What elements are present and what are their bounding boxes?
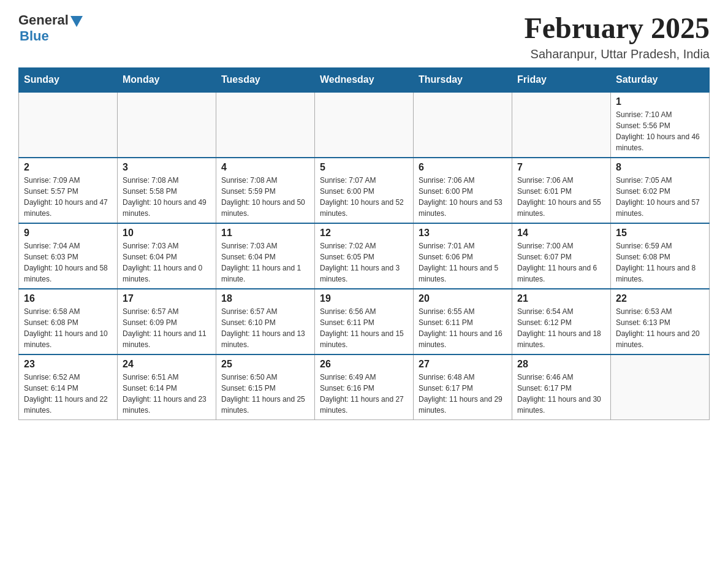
cell-week1-day5 <box>512 92 611 158</box>
week-row-5: 23Sunrise: 6:52 AM Sunset: 6:14 PM Dayli… <box>19 354 710 420</box>
logo-blue-text: Blue <box>20 28 49 44</box>
month-title: February 2025 <box>524 12 710 45</box>
week-row-4: 16Sunrise: 6:58 AM Sunset: 6:08 PM Dayli… <box>19 289 710 354</box>
cell-week5-day0: 23Sunrise: 6:52 AM Sunset: 6:14 PM Dayli… <box>19 354 118 420</box>
day-number: 6 <box>419 162 507 173</box>
col-thursday: Thursday <box>414 67 512 92</box>
cell-week5-day4: 27Sunrise: 6:48 AM Sunset: 6:17 PM Dayli… <box>414 354 512 420</box>
cell-week1-day1 <box>118 92 216 158</box>
cell-week2-day0: 2Sunrise: 7:09 AM Sunset: 5:57 PM Daylig… <box>19 158 118 223</box>
day-info: Sunrise: 6:48 AM Sunset: 6:17 PM Dayligh… <box>419 372 507 416</box>
cell-week2-day2: 4Sunrise: 7:08 AM Sunset: 5:59 PM Daylig… <box>216 158 315 223</box>
cell-week5-day1: 24Sunrise: 6:51 AM Sunset: 6:14 PM Dayli… <box>118 354 216 420</box>
col-friday: Friday <box>512 67 611 92</box>
cell-week4-day3: 19Sunrise: 6:56 AM Sunset: 6:11 PM Dayli… <box>315 289 414 354</box>
day-number: 3 <box>123 162 211 173</box>
cell-week3-day2: 11Sunrise: 7:03 AM Sunset: 6:04 PM Dayli… <box>216 223 315 289</box>
page-header: General Blue February 2025 Saharanpur, U… <box>18 12 710 61</box>
day-info: Sunrise: 7:06 AM Sunset: 6:00 PM Dayligh… <box>419 175 507 219</box>
day-info: Sunrise: 7:07 AM Sunset: 6:00 PM Dayligh… <box>320 175 408 219</box>
col-monday: Monday <box>118 67 216 92</box>
day-number: 18 <box>221 293 309 304</box>
cell-week4-day1: 17Sunrise: 6:57 AM Sunset: 6:09 PM Dayli… <box>118 289 216 354</box>
day-info: Sunrise: 7:06 AM Sunset: 6:01 PM Dayligh… <box>517 175 605 219</box>
cell-week3-day6: 15Sunrise: 6:59 AM Sunset: 6:08 PM Dayli… <box>611 223 710 289</box>
day-info: Sunrise: 6:58 AM Sunset: 6:08 PM Dayligh… <box>24 306 112 350</box>
day-info: Sunrise: 6:50 AM Sunset: 6:15 PM Dayligh… <box>221 372 309 416</box>
day-number: 11 <box>221 228 309 239</box>
day-number: 1 <box>616 96 704 107</box>
cell-week1-day2 <box>216 92 315 158</box>
cell-week4-day0: 16Sunrise: 6:58 AM Sunset: 6:08 PM Dayli… <box>19 289 118 354</box>
day-info: Sunrise: 6:56 AM Sunset: 6:11 PM Dayligh… <box>320 306 408 350</box>
day-info: Sunrise: 7:00 AM Sunset: 6:07 PM Dayligh… <box>517 240 605 285</box>
day-info: Sunrise: 7:01 AM Sunset: 6:06 PM Dayligh… <box>419 240 507 285</box>
day-info: Sunrise: 7:03 AM Sunset: 6:04 PM Dayligh… <box>123 240 211 285</box>
day-info: Sunrise: 6:54 AM Sunset: 6:12 PM Dayligh… <box>517 306 605 350</box>
day-info: Sunrise: 6:51 AM Sunset: 6:14 PM Dayligh… <box>123 372 211 416</box>
week-row-1: 1Sunrise: 7:10 AM Sunset: 5:56 PM Daylig… <box>19 92 710 158</box>
cell-week5-day3: 26Sunrise: 6:49 AM Sunset: 6:16 PM Dayli… <box>315 354 414 420</box>
day-info: Sunrise: 7:10 AM Sunset: 5:56 PM Dayligh… <box>616 109 704 153</box>
day-number: 27 <box>419 359 507 370</box>
cell-week2-day3: 5Sunrise: 7:07 AM Sunset: 6:00 PM Daylig… <box>315 158 414 223</box>
day-info: Sunrise: 7:09 AM Sunset: 5:57 PM Dayligh… <box>24 175 112 219</box>
week-row-2: 2Sunrise: 7:09 AM Sunset: 5:57 PM Daylig… <box>19 158 710 223</box>
col-wednesday: Wednesday <box>315 67 414 92</box>
cell-week5-day2: 25Sunrise: 6:50 AM Sunset: 6:15 PM Dayli… <box>216 354 315 420</box>
day-info: Sunrise: 7:08 AM Sunset: 5:59 PM Dayligh… <box>221 175 309 219</box>
day-info: Sunrise: 6:59 AM Sunset: 6:08 PM Dayligh… <box>616 240 704 285</box>
day-number: 4 <box>221 162 309 173</box>
cell-week1-day0 <box>19 92 118 158</box>
day-number: 25 <box>221 359 309 370</box>
cell-week5-day5: 28Sunrise: 6:46 AM Sunset: 6:17 PM Dayli… <box>512 354 611 420</box>
cell-week3-day3: 12Sunrise: 7:02 AM Sunset: 6:05 PM Dayli… <box>315 223 414 289</box>
day-number: 13 <box>419 228 507 239</box>
day-number: 15 <box>616 228 704 239</box>
day-info: Sunrise: 7:02 AM Sunset: 6:05 PM Dayligh… <box>320 240 408 285</box>
header-row: Sunday Monday Tuesday Wednesday Thursday… <box>19 67 710 92</box>
cell-week4-day6: 22Sunrise: 6:53 AM Sunset: 6:13 PM Dayli… <box>611 289 710 354</box>
day-number: 9 <box>24 228 112 239</box>
day-info: Sunrise: 7:08 AM Sunset: 5:58 PM Dayligh… <box>123 175 211 219</box>
cell-week3-day4: 13Sunrise: 7:01 AM Sunset: 6:06 PM Dayli… <box>414 223 512 289</box>
day-number: 23 <box>24 359 112 370</box>
day-number: 2 <box>24 162 112 173</box>
col-saturday: Saturday <box>611 67 710 92</box>
day-number: 21 <box>517 293 605 304</box>
day-number: 12 <box>320 228 408 239</box>
day-info: Sunrise: 6:52 AM Sunset: 6:14 PM Dayligh… <box>24 372 112 416</box>
calendar-body: 1Sunrise: 7:10 AM Sunset: 5:56 PM Daylig… <box>19 92 710 420</box>
day-number: 5 <box>320 162 408 173</box>
day-info: Sunrise: 6:57 AM Sunset: 6:10 PM Dayligh… <box>221 306 309 350</box>
day-info: Sunrise: 7:04 AM Sunset: 6:03 PM Dayligh… <box>24 240 112 285</box>
logo: General Blue <box>18 12 83 44</box>
cell-week1-day3 <box>315 92 414 158</box>
day-number: 19 <box>320 293 408 304</box>
day-number: 10 <box>123 228 211 239</box>
day-number: 8 <box>616 162 704 173</box>
location-text: Saharanpur, Uttar Pradesh, India <box>524 47 710 61</box>
cell-week2-day1: 3Sunrise: 7:08 AM Sunset: 5:58 PM Daylig… <box>118 158 216 223</box>
day-info: Sunrise: 6:53 AM Sunset: 6:13 PM Dayligh… <box>616 306 704 350</box>
cell-week2-day5: 7Sunrise: 7:06 AM Sunset: 6:01 PM Daylig… <box>512 158 611 223</box>
day-info: Sunrise: 6:46 AM Sunset: 6:17 PM Dayligh… <box>517 372 605 416</box>
cell-week2-day4: 6Sunrise: 7:06 AM Sunset: 6:00 PM Daylig… <box>414 158 512 223</box>
col-tuesday: Tuesday <box>216 67 315 92</box>
title-area: February 2025 Saharanpur, Uttar Pradesh,… <box>524 12 710 61</box>
cell-week3-day5: 14Sunrise: 7:00 AM Sunset: 6:07 PM Dayli… <box>512 223 611 289</box>
cell-week4-day5: 21Sunrise: 6:54 AM Sunset: 6:12 PM Dayli… <box>512 289 611 354</box>
cell-week1-day4 <box>414 92 512 158</box>
cell-week1-day6: 1Sunrise: 7:10 AM Sunset: 5:56 PM Daylig… <box>611 92 710 158</box>
calendar-table: Sunday Monday Tuesday Wednesday Thursday… <box>18 67 710 420</box>
day-info: Sunrise: 6:49 AM Sunset: 6:16 PM Dayligh… <box>320 372 408 416</box>
day-number: 16 <box>24 293 112 304</box>
cell-week5-day6 <box>611 354 710 420</box>
day-number: 7 <box>517 162 605 173</box>
day-number: 20 <box>419 293 507 304</box>
day-number: 22 <box>616 293 704 304</box>
day-info: Sunrise: 7:05 AM Sunset: 6:02 PM Dayligh… <box>616 175 704 219</box>
cell-week2-day6: 8Sunrise: 7:05 AM Sunset: 6:02 PM Daylig… <box>611 158 710 223</box>
day-number: 14 <box>517 228 605 239</box>
cell-week4-day4: 20Sunrise: 6:55 AM Sunset: 6:11 PM Dayli… <box>414 289 512 354</box>
